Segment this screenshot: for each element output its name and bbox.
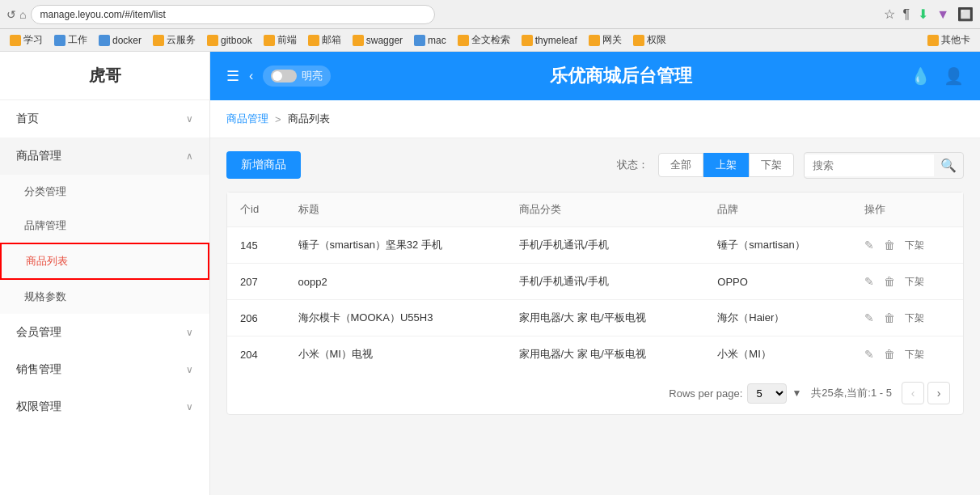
table-row: 204 小米（MI）电视 家用电器/大 家 电/平板电视 小米（MI） ✎ 🗑 …	[227, 336, 963, 373]
chevron-up-icon: ∧	[186, 150, 193, 162]
edit-icon[interactable]: ✎	[864, 239, 874, 252]
bookmark-swagger[interactable]: swagger	[349, 33, 406, 48]
ext-icon2[interactable]: ▼	[936, 7, 949, 22]
cell-id: 206	[227, 300, 285, 336]
toggle-switch[interactable]	[271, 70, 297, 82]
toggle-status-button[interactable]: 下架	[905, 275, 924, 289]
product-table-container: 个id 标题 商品分类 品牌 操作 145 锤子（smartisan）坚果32 …	[226, 192, 964, 415]
sidebar-item-商品管理[interactable]: 商品管理 ∧	[0, 138, 209, 175]
delete-icon[interactable]: 🗑	[884, 239, 895, 252]
header-icons: 💧 👤	[910, 66, 964, 86]
bookmark-icon-权限	[633, 35, 644, 46]
theme-toggle[interactable]: 明亮	[263, 66, 331, 87]
action-icons: ✎ 🗑 下架	[864, 239, 950, 252]
ext-icon1[interactable]: ⬇	[918, 6, 928, 22]
prev-page-button[interactable]: ‹	[902, 382, 924, 404]
delete-icon[interactable]: 🗑	[884, 275, 895, 288]
bookmark-gitbook[interactable]: gitbook	[204, 33, 256, 48]
browser-nav-buttons[interactable]: ↺ ⌂	[6, 9, 26, 20]
cell-id: 204	[227, 336, 285, 373]
right-panel: ☰ ‹ 明亮 乐优商城后台管理 💧 👤 商品管理 > 商品列表	[210, 52, 980, 495]
bookmark-学习[interactable]: 学习	[6, 32, 46, 49]
bookmark-icon-thymeleaf	[522, 35, 533, 46]
refresh-button[interactable]: ↺	[6, 9, 16, 20]
reader-icon[interactable]: ¶	[903, 7, 910, 22]
col-header-id: 个id	[227, 192, 285, 227]
theme-label: 明亮	[302, 69, 323, 83]
ext-icon3[interactable]: 🔲	[957, 6, 974, 22]
table-row: 206 海尔模卡（MOOKA）U55H3 家用电器/大 家 电/平板电视 海尔（…	[227, 300, 963, 336]
toggle-status-button[interactable]: 下架	[905, 348, 924, 362]
bookmark-icon-全文检索	[458, 35, 469, 46]
bookmark-云服务[interactable]: 云服务	[150, 32, 199, 49]
address-bar[interactable]: manage.leyou.com/#/item/list	[31, 5, 435, 24]
add-product-button[interactable]: 新增商品	[226, 151, 301, 179]
dropdown-icon: ▼	[792, 387, 801, 399]
toggle-status-button[interactable]: 下架	[905, 239, 924, 252]
bookmark-网关[interactable]: 网关	[585, 32, 625, 49]
bookmark-邮箱[interactable]: 邮箱	[305, 32, 344, 49]
search-button[interactable]: 🔍	[934, 153, 963, 178]
bookmark-其他卡[interactable]: 其他卡	[924, 32, 974, 49]
rows-per-page-select[interactable]: 5 10 20	[747, 383, 787, 404]
water-drop-icon[interactable]: 💧	[910, 66, 931, 86]
bookmark-icon-其他卡	[927, 35, 939, 46]
bookmark-thymeleaf[interactable]: thymeleaf	[518, 33, 581, 48]
edit-icon[interactable]: ✎	[864, 311, 874, 324]
cell-category: 家用电器/大 家 电/平板电视	[506, 300, 705, 336]
bookmark-mac[interactable]: mac	[411, 33, 450, 48]
sidebar-item-销售管理[interactable]: 销售管理 ∨	[0, 351, 209, 388]
bookmark-docker[interactable]: docker	[95, 33, 145, 48]
sidebar-item-分类管理[interactable]: 分类管理	[0, 175, 209, 209]
delete-icon[interactable]: 🗑	[884, 348, 895, 361]
search-input[interactable]	[805, 154, 934, 176]
cell-title: 小米（MI）电视	[285, 336, 506, 373]
toggle-status-button[interactable]: 下架	[905, 311, 924, 325]
user-icon[interactable]: 👤	[944, 66, 964, 86]
breadcrumb-parent[interactable]: 商品管理	[226, 112, 268, 126]
bookmark-前端[interactable]: 前端	[260, 32, 300, 49]
status-buttons: 全部 上架 下架	[658, 153, 794, 177]
col-header-brand: 品牌	[704, 192, 851, 227]
edit-icon[interactable]: ✎	[864, 275, 874, 288]
home-button[interactable]: ⌂	[19, 9, 26, 20]
status-all-button[interactable]: 全部	[658, 153, 703, 177]
chevron-down-icon: ∨	[186, 113, 193, 125]
action-icons: ✎ 🗑 下架	[864, 311, 950, 325]
cell-actions: ✎ 🗑 下架	[851, 227, 963, 264]
bookmark-工作[interactable]: 工作	[51, 32, 91, 49]
table-row: 207 oopp2 手机/手机通讯/手机 OPPO ✎ 🗑 下架	[227, 264, 963, 300]
next-page-button[interactable]: ›	[927, 382, 950, 404]
cell-category: 手机/手机通讯/手机	[506, 227, 705, 264]
bookmark-全文检索[interactable]: 全文检索	[454, 32, 513, 49]
back-button[interactable]: ‹	[249, 69, 253, 83]
cell-actions: ✎ 🗑 下架	[851, 300, 963, 336]
sidebar-item-首页[interactable]: 首页 ∨	[0, 100, 209, 138]
bookmark-权限[interactable]: 权限	[630, 32, 670, 49]
col-header-category: 商品分类	[506, 192, 705, 227]
delete-icon[interactable]: 🗑	[884, 311, 895, 324]
header: ☰ ‹ 明亮 乐优商城后台管理 💧 👤	[210, 52, 980, 100]
action-icons: ✎ 🗑 下架	[864, 275, 950, 289]
pagination-info: 共25条,当前:1 - 5	[811, 386, 892, 400]
browser-action-icons: ☆ ¶ ⬇ ▼ 🔲	[884, 6, 974, 22]
browser-chrome: ↺ ⌂ manage.leyou.com/#/item/list ☆ ¶ ⬇ ▼…	[0, 0, 980, 29]
cell-category: 手机/手机通讯/手机	[506, 264, 705, 300]
sidebar-item-会员管理[interactable]: 会员管理 ∨	[0, 314, 209, 351]
search-box: 🔍	[804, 152, 964, 179]
edit-icon[interactable]: ✎	[864, 348, 874, 361]
sidebar-item-商品列表[interactable]: 商品列表	[0, 243, 209, 280]
hamburger-button[interactable]: ☰	[226, 67, 239, 85]
status-on-button[interactable]: 上架	[703, 153, 749, 177]
star-icon[interactable]: ☆	[884, 6, 895, 22]
status-label: 状态：	[617, 158, 648, 172]
sidebar-item-品牌管理[interactable]: 品牌管理	[0, 209, 209, 243]
status-off-button[interactable]: 下架	[749, 153, 794, 177]
chevron-down-icon-销售: ∨	[186, 364, 193, 375]
sidebar-item-权限管理[interactable]: 权限管理 ∨	[0, 388, 209, 425]
sidebar-item-规格参数[interactable]: 规格参数	[0, 280, 209, 314]
page-navigation: ‹ ›	[902, 382, 950, 404]
bookmark-icon-swagger	[353, 35, 364, 46]
sidebar-submenu-商品管理: 分类管理 品牌管理 商品列表 规格参数	[0, 175, 209, 314]
chevron-down-icon-权限: ∨	[186, 401, 193, 412]
